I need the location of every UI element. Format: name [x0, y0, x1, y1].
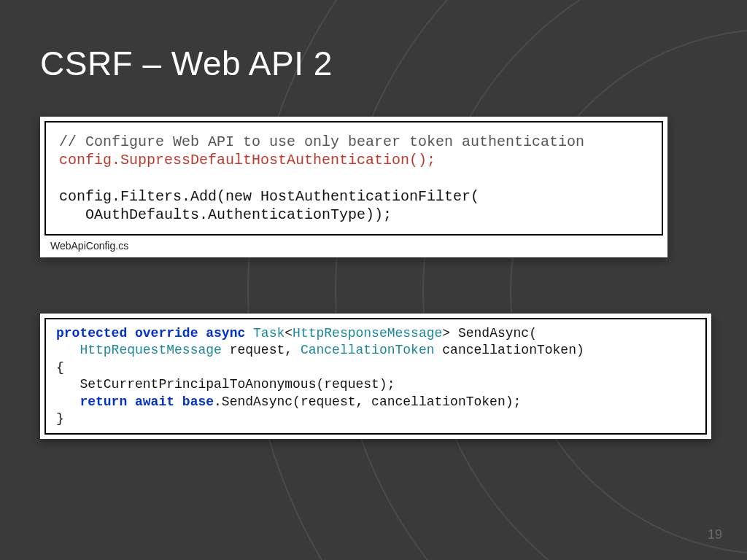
code-text: >: [442, 326, 458, 341]
code-text: [56, 394, 80, 409]
code-line: OAuthDefaults.AuthenticationType));: [59, 206, 392, 223]
type: HttpResponseMessage: [293, 326, 442, 341]
code-text: <: [285, 326, 293, 341]
type: HttpRequestMessage: [80, 343, 221, 357]
svg-point-2: [423, 0, 747, 560]
keyword: protected override async: [56, 326, 253, 341]
code-comment: // Configure Web API to use only bearer …: [59, 133, 584, 150]
slide-title: CSRF – Web API 2: [40, 44, 333, 83]
code-text: request,: [222, 343, 301, 357]
code-text: }: [56, 411, 64, 426]
type: Task: [253, 326, 285, 341]
svg-point-3: [511, 29, 747, 554]
code-highlight-line: config.SuppressDefaultHostAuthentication…: [59, 152, 436, 168]
code-text: {: [56, 360, 64, 375]
code-text: cancellationToken): [435, 343, 584, 357]
type: CancellationToken: [301, 343, 435, 357]
svg-point-1: [336, 0, 747, 560]
code-text: [56, 343, 80, 357]
code-block-1-caption: WebApiConfig.cs: [40, 236, 667, 257]
code-text: SetCurrentPrincipalToAnonymous(request);: [56, 377, 395, 392]
code-block-1: // Configure Web API to use only bearer …: [44, 121, 663, 236]
code-block-2-container: protected override async Task<HttpRespon…: [40, 314, 711, 439]
keyword: return await: [80, 394, 182, 409]
code-block-2: protected override async Task<HttpRespon…: [44, 318, 707, 435]
code-text: SendAsync(: [458, 326, 537, 341]
keyword: base: [182, 394, 214, 409]
code-block-1-container: // Configure Web API to use only bearer …: [40, 117, 667, 257]
code-text: .SendAsync(request, cancellationToken);: [214, 394, 521, 409]
svg-point-0: [248, 0, 747, 560]
page-number: 19: [708, 527, 722, 542]
code-line: config.Filters.Add(new HostAuthenticatio…: [59, 188, 479, 205]
